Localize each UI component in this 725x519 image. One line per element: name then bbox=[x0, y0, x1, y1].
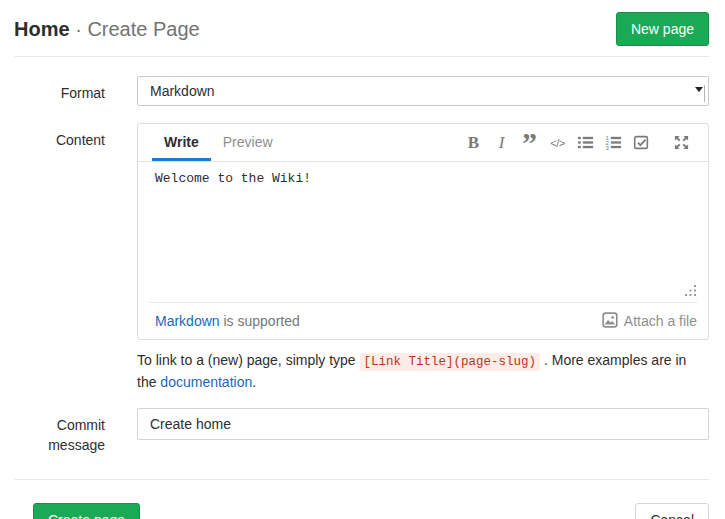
bold-icon[interactable]: B bbox=[464, 133, 483, 152]
editor-tab-bar: Write Preview B I ” </> bbox=[138, 124, 708, 162]
markdown-editor: Write Preview B I ” </> bbox=[137, 123, 709, 340]
format-select[interactable]: Markdown bbox=[137, 76, 709, 106]
format-label: Format bbox=[14, 76, 105, 103]
help-before-code: To link to a (new) page, simply type bbox=[137, 352, 360, 368]
italic-icon[interactable]: I bbox=[492, 133, 511, 152]
page-title: Home · Create Page bbox=[14, 18, 200, 41]
new-page-button[interactable]: New page bbox=[616, 12, 709, 46]
task-list-icon[interactable] bbox=[632, 133, 651, 152]
fullscreen-icon[interactable] bbox=[672, 133, 691, 152]
link-syntax-code: [Link Title](page-slug) bbox=[360, 353, 541, 371]
page-title-home: Home bbox=[14, 18, 70, 40]
create-page-button[interactable]: Create page bbox=[33, 503, 140, 519]
svg-text:3: 3 bbox=[605, 144, 609, 151]
chevron-down-icon bbox=[695, 87, 703, 92]
select-ridge bbox=[704, 85, 705, 102]
tab-preview[interactable]: Preview bbox=[211, 124, 285, 161]
editor-footer: Markdown is supported Attach a file bbox=[138, 303, 708, 339]
bullet-list-icon[interactable] bbox=[576, 133, 595, 152]
link-help-text: To link to a (new) page, simply type [Li… bbox=[137, 350, 709, 392]
form-actions: Create page Cancel bbox=[14, 479, 709, 519]
markdown-supported-note: Markdown is supported bbox=[155, 313, 300, 329]
commit-message-label: Commit message bbox=[14, 408, 105, 455]
editor-body: Welcome to the Wiki! bbox=[149, 162, 697, 303]
page-header: Home · Create Page New page bbox=[14, 0, 709, 57]
content-label: Content bbox=[14, 123, 105, 150]
markdown-help-link[interactable]: Markdown bbox=[155, 313, 220, 329]
title-separator: · bbox=[75, 18, 82, 40]
documentation-link[interactable]: documentation bbox=[160, 374, 252, 390]
help-period: . bbox=[252, 374, 256, 390]
content-row: Content Write Preview B I ” </> bbox=[14, 123, 709, 392]
wiki-create-page: Home · Create Page New page Format Markd… bbox=[0, 0, 725, 519]
format-select-value: Markdown bbox=[150, 83, 215, 99]
tab-write[interactable]: Write bbox=[152, 124, 211, 161]
content-textarea[interactable]: Welcome to the Wiki! bbox=[149, 162, 697, 302]
attach-file-label: Attach a file bbox=[624, 313, 697, 329]
attach-image-icon bbox=[602, 312, 618, 331]
editor-toolbar: B I ” </> 1 2 bbox=[464, 124, 708, 161]
numbered-list-icon[interactable]: 1 2 3 bbox=[604, 133, 623, 152]
format-row: Format Markdown bbox=[14, 76, 709, 106]
page-title-subtitle: Create Page bbox=[87, 18, 199, 40]
supported-text: is supported bbox=[220, 313, 300, 329]
commit-row: Commit message bbox=[14, 408, 709, 455]
resize-grip-icon[interactable] bbox=[685, 284, 697, 300]
attach-file-button[interactable]: Attach a file bbox=[602, 312, 697, 331]
cancel-button[interactable]: Cancel bbox=[635, 503, 709, 519]
code-icon[interactable]: </> bbox=[548, 133, 567, 152]
quote-icon[interactable]: ” bbox=[520, 133, 539, 152]
commit-message-input[interactable] bbox=[137, 408, 709, 440]
